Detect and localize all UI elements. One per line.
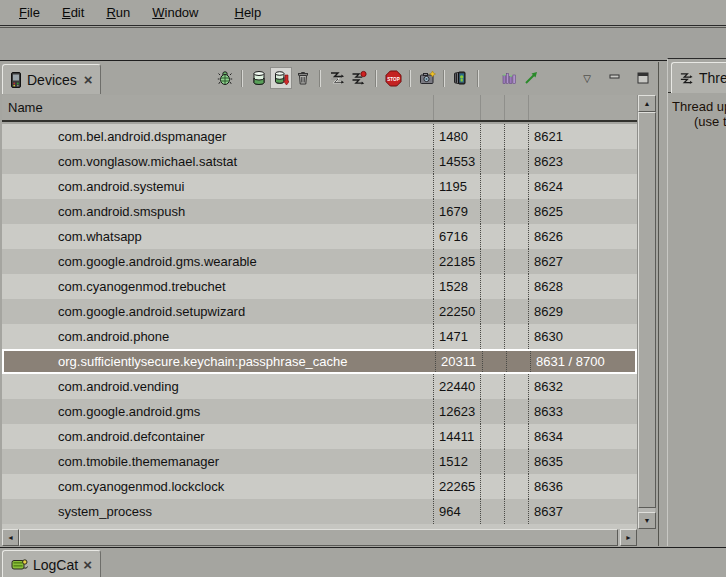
- toolbar-separator: [477, 70, 479, 87]
- devices-view: Devices ×: [0, 62, 659, 546]
- process-name: org.sufficientlysecure.keychain:passphra…: [4, 351, 435, 372]
- table-row[interactable]: com.android.vending224408632: [2, 374, 637, 399]
- stop-process-button[interactable]: STOP: [382, 67, 404, 89]
- process-col4: [504, 424, 528, 449]
- threads-view: Threads Thread updates not enabled for s…: [667, 58, 726, 546]
- menu-window[interactable]: Window: [141, 1, 209, 24]
- minimize-icon: [608, 71, 622, 85]
- process-col4: [504, 124, 528, 149]
- menu-help[interactable]: Help: [223, 1, 272, 24]
- tab-threads[interactable]: Threads: [671, 62, 726, 93]
- table-row[interactable]: com.tmobile.thememanager15128635: [2, 449, 637, 474]
- process-col4: [504, 449, 528, 474]
- screen-record-button[interactable]: [450, 67, 472, 89]
- cause-gc-trash-icon: [295, 70, 311, 86]
- tab-logcat[interactable]: LogCat ×: [2, 550, 101, 577]
- table-row[interactable]: com.android.phone14718630: [2, 324, 637, 349]
- table-row[interactable]: com.cyanogenmod.lockclock222658636: [2, 474, 637, 499]
- table-row[interactable]: org.sufficientlysecure.keychain:passphra…: [2, 349, 637, 374]
- vertical-scrollbar[interactable]: ▲ ▼: [637, 95, 655, 529]
- process-name: com.android.phone: [2, 324, 433, 349]
- process-col3: [480, 224, 504, 249]
- table-row[interactable]: com.bel.android.dspmanager14808621: [2, 124, 637, 149]
- opengl-trace-button[interactable]: [520, 67, 542, 89]
- vertical-scroll-thumb[interactable]: [638, 112, 656, 508]
- scroll-left-button[interactable]: ◄: [2, 529, 19, 546]
- menu-edit[interactable]: Edit: [51, 1, 95, 24]
- scroll-right-button[interactable]: ►: [620, 529, 637, 546]
- header-col-4[interactable]: [504, 95, 528, 120]
- table-row[interactable]: com.google.android.gms.wearable221858627: [2, 249, 637, 274]
- table-row[interactable]: com.whatsapp67168626: [2, 224, 637, 249]
- update-heap-button[interactable]: [248, 67, 270, 89]
- process-port: 8630: [528, 324, 637, 349]
- table-row[interactable]: com.android.systemui11958624: [2, 174, 637, 199]
- scroll-down-button[interactable]: ▼: [638, 512, 656, 529]
- scroll-up-button[interactable]: ▲: [638, 95, 656, 112]
- process-col3: [480, 199, 504, 224]
- toolbar-separator: [409, 70, 411, 87]
- table-row[interactable]: com.android.defcontainer144118634: [2, 424, 637, 449]
- debug-bug-icon: [217, 70, 233, 86]
- header-col-3[interactable]: [480, 95, 504, 120]
- process-pid: 20311: [435, 351, 482, 372]
- table-row[interactable]: com.cyanogenmod.trebuchet15288628: [2, 274, 637, 299]
- screen-capture-camera-icon: [419, 70, 436, 86]
- process-name: system_process: [2, 499, 433, 524]
- process-col3: [480, 174, 504, 199]
- device-phone-icon: [10, 72, 22, 88]
- table-row[interactable]: com.vonglasow.michael.satstat145538623: [2, 149, 637, 174]
- process-port: 8633: [528, 399, 637, 424]
- update-threads-button[interactable]: [326, 67, 348, 89]
- table-row[interactable]: com.google.android.setupwizard222508629: [2, 299, 637, 324]
- maximize-button[interactable]: [632, 67, 654, 89]
- systrace-icon: [501, 70, 517, 86]
- process-name: com.google.android.setupwizard: [2, 299, 433, 324]
- start-method-profiling-button[interactable]: [348, 67, 370, 89]
- horizontal-scroll-thumb[interactable]: [19, 529, 618, 546]
- menu-file[interactable]: File: [8, 1, 51, 24]
- process-port: 8636: [528, 474, 637, 499]
- screen-capture-button[interactable]: [416, 67, 438, 89]
- svg-text:STOP: STOP: [387, 76, 399, 81]
- tab-devices-label: Devices: [27, 72, 77, 88]
- header-col-name[interactable]: Name: [2, 95, 433, 120]
- header-col-pid[interactable]: [433, 95, 480, 120]
- close-icon[interactable]: ×: [83, 556, 92, 573]
- view-menu-button[interactable]: ▽: [576, 67, 598, 89]
- process-name: com.cyanogenmod.trebuchet: [2, 274, 433, 299]
- table-row[interactable]: system_process9648637: [2, 499, 637, 524]
- logcat-bar: LogCat ×: [0, 547, 726, 577]
- table-row[interactable]: com.android.smspush16798625: [2, 199, 637, 224]
- screen-record-icon: [453, 70, 469, 86]
- view-menu-icon: ▽: [583, 73, 591, 84]
- debug-button[interactable]: [214, 67, 236, 89]
- threads-message-line2: (use toolbar button to enable): [694, 114, 726, 129]
- table-row[interactable]: com.google.android.gms126238633: [2, 399, 637, 424]
- process-col3: [480, 324, 504, 349]
- process-col3: [480, 449, 504, 474]
- process-port: 8626: [528, 224, 637, 249]
- header-col-port[interactable]: [528, 95, 637, 120]
- process-pid: 12623: [433, 399, 480, 424]
- tab-devices[interactable]: Devices ×: [2, 64, 101, 94]
- devices-tabbar: Devices ×: [0, 62, 658, 94]
- minimize-button[interactable]: [604, 67, 626, 89]
- dump-hprof-button[interactable]: [270, 67, 292, 89]
- process-pid: 964: [433, 499, 480, 524]
- opengl-trace-icon: [523, 70, 539, 86]
- cause-gc-button[interactable]: [292, 67, 314, 89]
- process-col3: [480, 124, 504, 149]
- systrace-button[interactable]: [498, 67, 520, 89]
- update-threads-icon: [329, 70, 345, 86]
- process-port: 8635: [528, 449, 637, 474]
- process-port: 8637: [528, 499, 637, 524]
- menu-run[interactable]: Run: [95, 1, 141, 24]
- start-method-profiling-icon: [351, 70, 367, 86]
- table-header: Name: [2, 95, 637, 122]
- process-name: com.android.vending: [2, 374, 433, 399]
- devices-toolbar: STOP: [214, 65, 654, 91]
- close-icon[interactable]: ×: [84, 75, 93, 85]
- horizontal-scrollbar[interactable]: ◄ ►: [2, 529, 637, 546]
- update-heap-icon: [251, 70, 267, 86]
